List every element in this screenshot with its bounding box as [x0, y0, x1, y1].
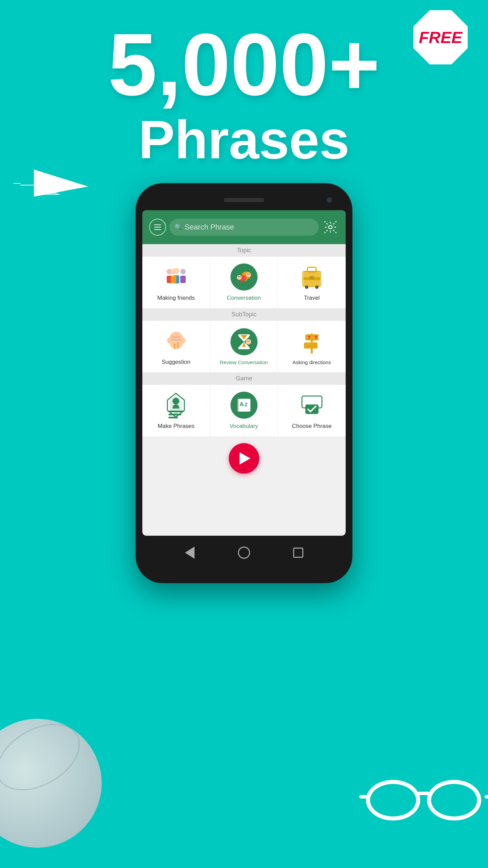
- topic-item-making-friends[interactable]: Making friends: [142, 257, 210, 308]
- svg-text:Z: Z: [245, 402, 248, 407]
- recents-icon: [293, 548, 303, 558]
- svg-rect-63: [238, 399, 239, 412]
- topic-item-conversation[interactable]: Conversation: [210, 257, 278, 308]
- svg-text:?: ?: [308, 335, 311, 340]
- svg-point-32: [305, 285, 308, 289]
- svg-point-36: [182, 338, 185, 343]
- phone-top-bar: [142, 190, 346, 210]
- phone-nav-bar: [142, 536, 346, 570]
- topic-label-conversation: Conversation: [227, 295, 261, 301]
- svg-point-46: [246, 339, 251, 344]
- svg-point-22: [238, 276, 239, 277]
- topic-grid: Making friends: [142, 257, 346, 308]
- svg-point-8: [324, 221, 326, 223]
- paper-plane-decoration: [27, 163, 95, 197]
- topic-label-travel: Travel: [304, 295, 320, 301]
- headline-phrases: Phrases: [0, 108, 488, 171]
- svg-rect-59: [168, 411, 184, 412]
- svg-point-58: [172, 398, 179, 405]
- free-badge-text: FREE: [419, 28, 462, 47]
- svg-rect-16: [171, 276, 176, 283]
- svg-point-21: [237, 275, 242, 280]
- nav-back-button[interactable]: [183, 546, 197, 559]
- topic-section-label: Topic: [142, 244, 346, 257]
- svg-point-48: [248, 340, 249, 341]
- choose-phrase-icon: [298, 392, 325, 419]
- topic-item-travel[interactable]: Travel: [278, 257, 346, 308]
- play-row: [142, 436, 346, 480]
- subtopic-section-label: SubTopic: [142, 308, 346, 321]
- subtopic-item-review-conversation[interactable]: Review Conversation: [210, 321, 278, 372]
- svg-point-24: [246, 272, 251, 277]
- game-label-choose-phrase: Choose Phrase: [292, 423, 331, 430]
- svg-text:A: A: [240, 401, 244, 407]
- settings-button[interactable]: [322, 219, 339, 236]
- hamburger-icon: [154, 224, 161, 230]
- making-friends-icon: [163, 263, 190, 291]
- svg-marker-20: [240, 281, 244, 283]
- svg-point-13: [180, 269, 186, 274]
- svg-point-4: [335, 232, 337, 233]
- game-label-make-phrases: Make Phrases: [158, 423, 195, 430]
- search-icon: 🔍: [175, 223, 182, 231]
- search-bar[interactable]: 🔍 Search Phrase: [169, 219, 319, 236]
- free-badge: FREE: [413, 10, 468, 64]
- nav-recents-button[interactable]: [291, 546, 305, 559]
- conversation-icon: [230, 263, 258, 291]
- subtopic-item-asking-directions[interactable]: ? ? Asking directions: [278, 321, 346, 372]
- svg-rect-43: [238, 347, 250, 349]
- globe-decoration: [0, 719, 102, 848]
- subtopic-grid: Suggestion: [142, 321, 346, 372]
- play-button[interactable]: [229, 443, 259, 474]
- svg-marker-54: [318, 336, 320, 339]
- svg-rect-61: [168, 417, 178, 418]
- svg-point-26: [248, 274, 249, 275]
- menu-button[interactable]: [149, 219, 166, 236]
- game-item-vocabulary[interactable]: A Z Vocabulary: [210, 385, 278, 436]
- search-placeholder: Search Phrase: [185, 223, 234, 232]
- svg-rect-51: [304, 342, 318, 349]
- game-item-choose-phrase[interactable]: Choose Phrase: [278, 385, 346, 436]
- svg-point-33: [315, 285, 319, 289]
- svg-point-25: [247, 274, 248, 275]
- review-conversation-icon: [230, 328, 258, 355]
- svg-point-0: [329, 225, 332, 229]
- glasses-decoration: [359, 773, 488, 841]
- vocabulary-icon: A Z: [230, 392, 258, 419]
- settings-icon: [324, 221, 337, 233]
- nav-home-button[interactable]: [237, 546, 251, 559]
- svg-marker-55: [318, 344, 320, 347]
- game-item-make-phrases[interactable]: Make Phrases: [142, 385, 210, 436]
- svg-text:?: ?: [314, 335, 318, 340]
- svg-point-23: [239, 276, 240, 277]
- svg-point-40: [177, 347, 179, 348]
- asking-directions-icon: ? ?: [298, 328, 325, 355]
- home-icon: [238, 547, 250, 559]
- subtopic-label-suggestion: Suggestion: [162, 359, 190, 366]
- svg-point-2: [335, 221, 337, 223]
- suggestion-icon: [163, 328, 190, 355]
- subtopic-label-review-conversation: Review Conversation: [220, 359, 268, 365]
- travel-icon: [298, 263, 325, 291]
- subtopic-label-asking-directions: Asking directions: [292, 359, 331, 365]
- svg-rect-31: [309, 276, 314, 279]
- svg-point-35: [167, 338, 170, 343]
- play-icon: [240, 452, 250, 465]
- svg-rect-60: [168, 414, 181, 415]
- svg-point-6: [324, 232, 326, 233]
- subtopic-item-suggestion[interactable]: Suggestion: [142, 321, 210, 372]
- phone-speaker: [224, 198, 264, 202]
- svg-point-15: [171, 269, 176, 274]
- game-section-label: Game: [142, 372, 346, 385]
- phone-mockup: 🔍 Search Phrase: [136, 183, 352, 583]
- back-icon: [185, 547, 195, 559]
- make-phrases-icon: [163, 392, 190, 419]
- topic-label-making-friends: Making friends: [157, 295, 195, 301]
- app-header: 🔍 Search Phrase: [142, 210, 346, 244]
- app-screen: 🔍 Search Phrase: [142, 210, 346, 536]
- game-grid: Make Phrases A Z: [142, 385, 346, 436]
- svg-rect-14: [180, 276, 186, 283]
- phone-camera: [327, 197, 332, 203]
- svg-point-47: [247, 340, 248, 341]
- svg-point-38: [174, 348, 175, 349]
